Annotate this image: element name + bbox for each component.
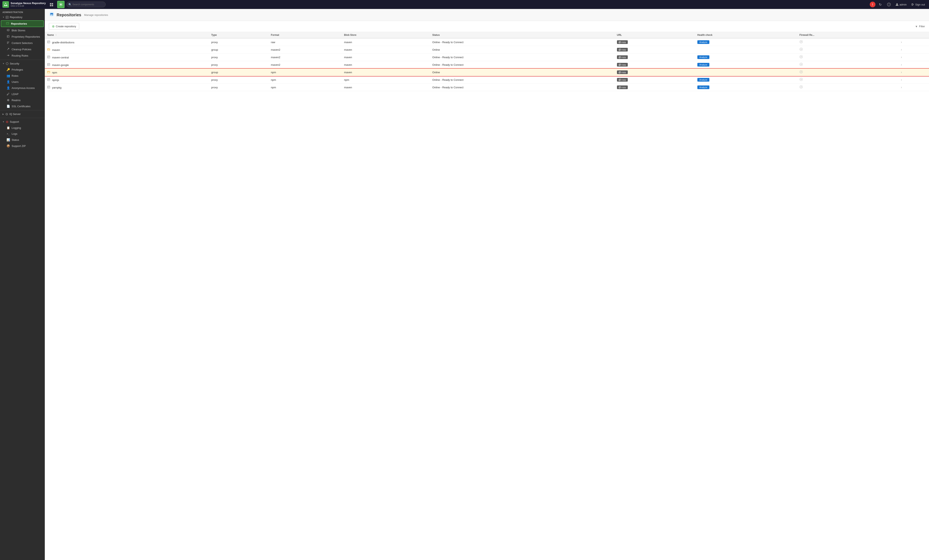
col-status: Status	[430, 32, 615, 38]
row-chevron-icon[interactable]: ›	[901, 63, 902, 66]
browse-icon-button[interactable]	[48, 1, 55, 8]
sidebar-group-support[interactable]: ▼ Support	[0, 119, 44, 125]
cell-status: Online	[430, 46, 615, 54]
table-row[interactable]: yarnpkg proxy npm maven Online - Ready t…	[45, 84, 929, 91]
cell-url: copy	[615, 54, 695, 61]
cell-chevron[interactable]: ›	[898, 84, 929, 91]
iq-server-icon	[5, 113, 8, 116]
sidebar-item-content-selectors[interactable]: Content Selectors	[0, 40, 44, 46]
analyze-button[interactable]: Analyze	[698, 78, 709, 82]
sidebar-item-ldap[interactable]: 🖊 LDAP	[0, 91, 44, 97]
repo-name: maven	[52, 49, 60, 52]
analyze-button[interactable]: Analyze	[698, 63, 709, 67]
cell-firewall	[797, 54, 898, 61]
sidebar-item-anonymous-access[interactable]: 👤 Anonymous Access	[0, 85, 44, 91]
sidebar-group-iq-server[interactable]: ▶ IQ Server	[0, 111, 44, 117]
sidebar-group-repository[interactable]: ▼ Repository	[0, 14, 44, 20]
cell-chevron[interactable]: ›	[898, 46, 929, 54]
table-row[interactable]: gradle-distributions proxy raw maven Onl…	[45, 38, 929, 46]
row-chevron-icon[interactable]: ›	[901, 86, 902, 89]
sidebar-item-roles[interactable]: 👥 Roles	[0, 73, 44, 79]
row-type-icon	[47, 63, 50, 67]
brand-logo-icon	[2, 1, 9, 8]
row-chevron-icon[interactable]: ›	[901, 40, 902, 44]
sidebar-item-users[interactable]: 👤 Users	[0, 79, 44, 85]
analyze-button[interactable]: Analyze	[698, 40, 709, 44]
cell-name: npmjs	[45, 76, 209, 84]
col-firewall: Firewall Re...	[797, 32, 898, 38]
cell-type: group	[209, 69, 268, 76]
row-chevron-icon[interactable]: ›	[901, 55, 902, 59]
cell-chevron[interactable]: ›	[898, 76, 929, 84]
cell-chevron[interactable]: ›	[898, 69, 929, 76]
search-input[interactable]	[67, 2, 106, 7]
sidebar-item-logs[interactable]: >_ Logs	[0, 131, 44, 137]
copy-url-button[interactable]: copy	[617, 70, 628, 74]
row-chevron-icon[interactable]: ›	[901, 78, 902, 81]
sidebar-group-security[interactable]: ▼ Security	[0, 61, 44, 67]
firewall-icon	[800, 55, 803, 59]
cell-chevron[interactable]: ›	[898, 54, 929, 61]
logs-icon: >_	[6, 133, 10, 135]
analyze-button[interactable]: Analyze	[698, 86, 709, 89]
proprietary-repos-icon	[6, 35, 10, 38]
repositories-icon	[6, 22, 9, 25]
cell-format: raw	[268, 38, 342, 46]
svg-rect-19	[51, 15, 52, 15]
main-layout: Administration ▼ Repository Repositories	[0, 9, 929, 560]
sidebar-item-realms[interactable]: ⚙ Realms	[0, 97, 44, 103]
copy-url-button[interactable]: copy	[617, 48, 628, 52]
table-row[interactable]: maven-google proxy maven2 maven Online -…	[45, 61, 929, 69]
brand-area: Sonatype Nexus Repository OSS 3.72.0-04	[2, 1, 46, 8]
row-type-icon	[47, 49, 50, 52]
copy-url-button[interactable]: copy	[617, 78, 628, 82]
repo-name: npmjs	[52, 78, 59, 82]
sidebar-item-repositories[interactable]: Repositories	[1, 20, 44, 27]
table-row[interactable]: maven-central proxy maven2 maven Online …	[45, 54, 929, 61]
sidebar-item-privileges[interactable]: 🔑 Privileges	[0, 67, 44, 73]
anonymous-access-icon: 👤	[6, 86, 10, 90]
sidebar-item-support-zip[interactable]: 📦 Support ZIP	[0, 143, 44, 149]
sidebar-item-status[interactable]: 📊 Status	[0, 137, 44, 143]
col-blob-store: Blob Store	[342, 32, 430, 38]
row-chevron-icon[interactable]: ›	[901, 48, 902, 51]
signout-button[interactable]: Sign out	[909, 2, 927, 7]
page-title: Repositories	[57, 12, 81, 17]
sidebar-item-logging[interactable]: 📋 Logging	[0, 125, 44, 131]
table-row[interactable]: npm group npm maven Online copy ›	[45, 69, 929, 76]
refresh-button[interactable]: ↻	[877, 1, 884, 8]
sidebar-item-cleanup-policies[interactable]: Cleanup Policies	[0, 46, 44, 52]
sidebar-item-blob-stores[interactable]: Blob Stores	[0, 27, 44, 34]
col-url: URL	[615, 32, 695, 38]
cell-blob-store: maven	[342, 54, 430, 61]
cell-name: maven-central	[45, 54, 209, 61]
cell-format: npm	[268, 84, 342, 91]
copy-url-button[interactable]: copy	[617, 86, 628, 89]
security-group-icon	[6, 62, 9, 65]
sidebar-item-proprietary-repos[interactable]: Proprietary Repositories	[0, 34, 44, 40]
copy-url-button[interactable]: copy	[617, 63, 628, 67]
alert-button[interactable]: !	[870, 2, 875, 7]
sidebar-item-ssl-certificates[interactable]: 📄 SSL Certificates	[0, 103, 44, 109]
table-row[interactable]: npmjs proxy npm npm Online - Ready to Co…	[45, 76, 929, 84]
row-type-icon	[47, 41, 50, 44]
table-row[interactable]: maven group maven2 maven Online copy ›	[45, 46, 929, 54]
settings-icon-button[interactable]	[57, 1, 64, 8]
cell-chevron[interactable]: ›	[898, 61, 929, 69]
firewall-icon	[800, 78, 803, 82]
copy-url-button[interactable]: copy	[617, 40, 628, 44]
sidebar-item-routing-rules[interactable]: Routing Rules	[0, 52, 44, 59]
sidebar-group-repository-label: Repository	[10, 16, 22, 19]
support-group-icon	[6, 121, 9, 123]
cell-type: group	[209, 46, 268, 54]
admin-user-button[interactable]: admin	[894, 2, 908, 7]
help-button[interactable]: ?	[885, 1, 892, 8]
cell-chevron[interactable]: ›	[898, 38, 929, 46]
analyze-button[interactable]: Analyze	[698, 55, 709, 59]
svg-rect-4	[50, 5, 51, 6]
status-label: Status	[12, 138, 19, 141]
copy-url-button[interactable]: copy	[617, 55, 628, 59]
proprietary-repos-label: Proprietary Repositories	[12, 35, 40, 38]
create-repository-button[interactable]: ⊕ Create repository	[49, 23, 79, 30]
row-chevron-icon[interactable]: ›	[901, 70, 902, 74]
